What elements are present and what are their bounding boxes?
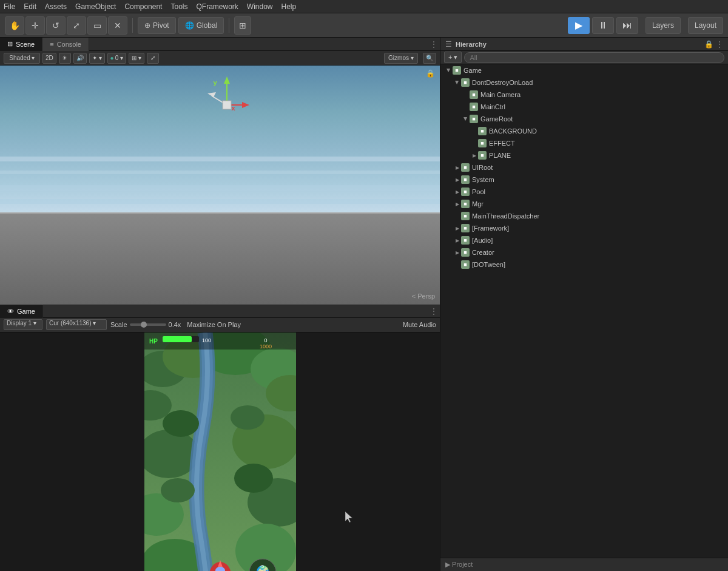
main-layout: ⊞ Scene ≡ Console ⋮ Shaded ▾ 2D ☀ 🔊 ✦ ▾ … (0, 38, 728, 571)
transform-tool-button[interactable]: ✕ (108, 16, 127, 35)
pivot-button[interactable]: ⊕ Pivot (138, 17, 176, 34)
layout-button[interactable]: Layout (688, 17, 723, 34)
tree-item-creator[interactable]: ▶ ■ Creator ⋮ (440, 246, 728, 258)
2d-button[interactable]: 2D (42, 53, 56, 64)
search-scene-button[interactable]: 🔍 (423, 53, 436, 64)
menu-help[interactable]: Help (281, 2, 297, 11)
snap-settings-button[interactable]: ⊞ (234, 16, 251, 35)
move-tool-button[interactable]: ✛ (25, 16, 45, 35)
layers-button[interactable]: Layers (645, 17, 681, 34)
scale-tool-button[interactable]: ⤢ (67, 16, 86, 35)
console-tab[interactable]: ≡ Console (42, 38, 89, 51)
tree-icon-mainctrl: ■ (470, 103, 478, 111)
hierarchy-header-icons: 🔒 ⋮ (704, 40, 723, 49)
tree-label-plane: PLANE (489, 152, 511, 159)
tree-item-maincamera[interactable]: ▶ ■ Main Camera ⋮ (440, 89, 728, 101)
menu-window[interactable]: Window (247, 2, 273, 11)
scale-control: Scale 0.4x (110, 321, 181, 328)
scale-slider-track[interactable] (130, 323, 166, 326)
tree-item-pool[interactable]: ▶ ■ Pool ⋮ (440, 186, 728, 198)
resolution-dropdown[interactable]: Cur (640x1136) ▾ (46, 319, 107, 330)
menu-qframework[interactable]: QFramework (196, 2, 238, 11)
grid-button[interactable]: ⊞ ▾ (129, 53, 144, 64)
scene-lock-icon[interactable]: 🔒 (426, 69, 435, 78)
global-icon: 🌐 (185, 21, 194, 30)
game-viewport: HP 100 0 1000 🌍 5 👾 5 (0, 333, 440, 572)
menu-component[interactable]: Component (124, 2, 162, 11)
tree-label-framework: [Framework] (472, 225, 509, 232)
tree-item-plane[interactable]: ▶ ■ PLANE ⋮ (440, 149, 728, 161)
game-tab-more[interactable]: ⋮ (428, 305, 440, 318)
scene-tab-label: Scene (16, 41, 35, 48)
tree-icon-plane: ■ (478, 151, 487, 160)
scene-viewport: y x 🔒 < Persp (0, 66, 440, 305)
tree-item-audio[interactable]: ▶ ■ [Audio] ⋮ (440, 234, 728, 246)
tree-icon-mgr: ■ (461, 200, 470, 208)
tree-item-background[interactable]: ▶ ■ BACKGROUND ⋮ (440, 125, 728, 137)
rotate-tool-button[interactable]: ↺ (46, 16, 66, 35)
tree-item-system[interactable]: ▶ ■ System ⋮ (440, 174, 728, 186)
tree-item-gameroot[interactable]: ▶ ■ GameRoot ⋮ (440, 113, 728, 125)
tree-label-creator: Creator (472, 249, 494, 256)
tree-label-system: System (472, 176, 494, 183)
svg-text:100: 100 (202, 337, 211, 343)
x-axis-label: x (232, 104, 235, 112)
effects-button[interactable]: ✦ ▾ (89, 53, 105, 64)
tree-icon-maincamera: ■ (470, 90, 478, 99)
audio-button[interactable]: 🔊 (73, 53, 87, 64)
tree-item-mainthreaddispatcher[interactable]: ▶ ■ MainThreadDispatcher ⋮ (440, 210, 728, 222)
right-panel: ☰ Hierarchy 🔒 ⋮ + ▾ ▶ ■ Game ⋮ ▶ (440, 38, 728, 571)
hierarchy-more-icon[interactable]: ⋮ (716, 40, 723, 49)
scale-slider-thumb[interactable] (141, 322, 147, 328)
hierarchy-lock-icon[interactable]: 🔒 (704, 40, 713, 49)
add-gameobject-button[interactable]: + ▾ (444, 52, 462, 63)
layout-mode-button[interactable]: ⤢ (147, 53, 159, 64)
menu-tools[interactable]: Tools (170, 2, 187, 11)
persp-label: < Persp (412, 292, 435, 300)
main-toolbar: ✋ ✛ ↺ ⤢ ▭ ✕ ⊕ Pivot 🌐 Global ⊞ ▶ ⏸ ⏭ Lay… (0, 13, 728, 38)
tree-label-game: Game (463, 67, 482, 74)
game-tab[interactable]: 👁 Game (0, 305, 43, 318)
step-button[interactable]: ⏭ (616, 17, 638, 34)
tree-arrow-gameroot: ▶ (462, 115, 470, 123)
mute-audio-button[interactable]: Mute Audio (403, 321, 436, 328)
svg-text:5: 5 (261, 564, 264, 569)
y-axis-label: y (214, 79, 217, 86)
gizmos-dropdown[interactable]: Gizmos ▾ (384, 53, 418, 64)
layers-dropdown[interactable]: ● 0 ▾ (107, 53, 126, 64)
separator-1 (132, 18, 133, 33)
tree-item-mainctrl[interactable]: ▶ ■ MainCtrl ⋮ (440, 101, 728, 113)
global-button[interactable]: 🌐 Global (178, 17, 224, 34)
scene-tab-bar: ⊞ Scene ≡ Console ⋮ (0, 38, 440, 51)
scene-tab[interactable]: ⊞ Scene (0, 38, 42, 51)
tree-icon-dontdestroy: ■ (461, 78, 470, 87)
tree-icon-dotween: ■ (461, 260, 470, 269)
menu-assets[interactable]: Assets (45, 2, 67, 11)
tree-item-dotween[interactable]: ▶ ■ [DOTween] ⋮ (440, 258, 728, 271)
scene-toolbar: Shaded ▾ 2D ☀ 🔊 ✦ ▾ ● 0 ▾ ⊞ ▾ ⤢ Gizmos ▾… (0, 51, 440, 66)
tree-item-effect[interactable]: ▶ ■ EFFECT ⋮ (440, 137, 728, 149)
play-controls: ▶ ⏸ ⏭ Layers Layout (568, 17, 723, 34)
shading-dropdown[interactable]: Shaded ▾ (4, 53, 40, 64)
light-button[interactable]: ☀ (59, 53, 71, 64)
project-panel: ▶ Project (440, 558, 728, 571)
menu-gameobject[interactable]: GameObject (75, 2, 116, 11)
tree-item-mgr[interactable]: ▶ ■ Mgr ⋮ (440, 198, 728, 210)
tree-item-dontdestroy[interactable]: ▶ ■ DontDestroyOnLoad ⋮ (440, 76, 728, 89)
play-button[interactable]: ▶ (568, 17, 590, 34)
hierarchy-search-bar: + ▾ (440, 51, 728, 64)
display-dropdown[interactable]: Display 1 ▾ (4, 319, 42, 330)
menu-edit[interactable]: Edit (24, 2, 36, 11)
tree-item-uiroot[interactable]: ▶ ■ UIRoot ⋮ (440, 161, 728, 174)
maximize-on-play-button[interactable]: Maximize On Play (184, 321, 243, 328)
rect-tool-button[interactable]: ▭ (87, 16, 107, 35)
tree-item-framework[interactable]: ▶ ■ [Framework] ⋮ (440, 222, 728, 234)
hierarchy-search-input[interactable] (464, 52, 724, 63)
tree-arrow-plane: ▶ (471, 152, 478, 159)
hand-tool-button[interactable]: ✋ (5, 16, 24, 35)
svg-text:0: 0 (264, 337, 267, 343)
menu-file[interactable]: File (4, 2, 15, 11)
tab-more-button[interactable]: ⋮ (428, 38, 440, 51)
pause-button[interactable]: ⏸ (592, 17, 614, 34)
tree-item-game[interactable]: ▶ ■ Game ⋮ (440, 64, 728, 76)
